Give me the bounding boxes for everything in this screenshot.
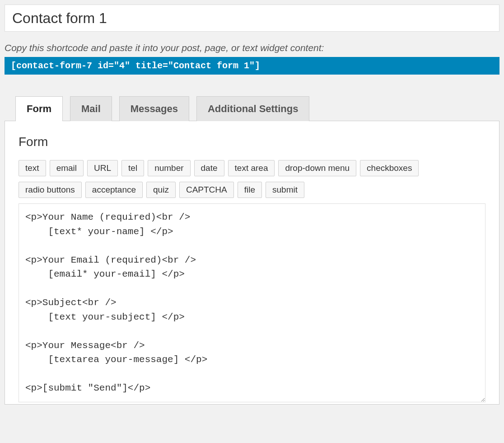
form-panel: Form text email URL tel number date text…: [5, 121, 499, 405]
tag-checkboxes-button[interactable]: checkboxes: [360, 160, 419, 176]
tag-submit-button[interactable]: submit: [266, 182, 304, 198]
shortcode-instruction: Copy this shortcode and paste it into yo…: [5, 42, 499, 53]
form-content-textarea[interactable]: [19, 203, 485, 402]
tag-buttons-row-2: radio buttons acceptance quiz CAPTCHA fi…: [19, 182, 485, 198]
tag-email-button[interactable]: email: [50, 160, 84, 176]
tag-quiz-button[interactable]: quiz: [146, 182, 176, 198]
tag-acceptance-button[interactable]: acceptance: [85, 182, 143, 198]
panel-title: Form: [19, 135, 485, 149]
tab-list: Form Mail Messages Additional Settings: [5, 96, 499, 121]
tab-mail[interactable]: Mail: [70, 96, 112, 121]
form-title-input[interactable]: [5, 5, 499, 32]
tag-date-button[interactable]: date: [194, 160, 224, 176]
tab-form[interactable]: Form: [15, 96, 63, 121]
tag-tel-button[interactable]: tel: [121, 160, 144, 176]
tag-url-button[interactable]: URL: [87, 160, 118, 176]
tab-messages[interactable]: Messages: [119, 96, 189, 121]
tag-buttons-row-1: text email URL tel number date text area…: [19, 160, 485, 176]
tag-number-button[interactable]: number: [148, 160, 190, 176]
tag-textarea-button[interactable]: text area: [228, 160, 275, 176]
tag-radio-button[interactable]: radio buttons: [19, 182, 82, 198]
tab-additional-settings[interactable]: Additional Settings: [196, 96, 309, 121]
tag-text-button[interactable]: text: [19, 160, 46, 176]
tag-captcha-button[interactable]: CAPTCHA: [179, 182, 234, 198]
shortcode-display[interactable]: [5, 57, 499, 75]
tag-dropdown-button[interactable]: drop-down menu: [278, 160, 356, 176]
tag-file-button[interactable]: file: [238, 182, 262, 198]
